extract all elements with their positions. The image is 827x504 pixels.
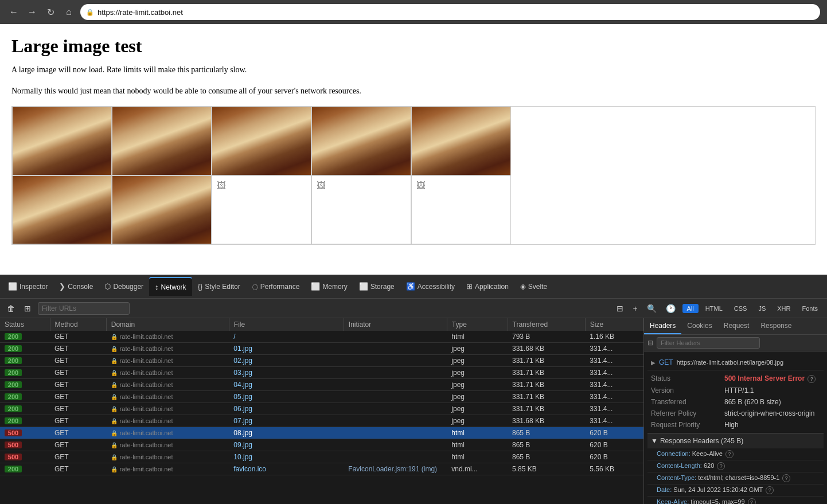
svelte-icon: ◈ [520,282,526,291]
right-tab-headers[interactable]: Headers [644,318,681,334]
table-row[interactable]: 200 GET 🔒 rate-limit.catboi.net 05.jpg j… [0,391,643,403]
filter-tag-xhr[interactable]: XHR [773,304,795,313]
table-row[interactable]: 200 GET 🔒 rate-limit.catboi.net 07.jpg j… [0,415,643,427]
right-tab-response[interactable]: Response [755,318,797,334]
columns-button[interactable]: ⊟ [614,303,626,314]
tab-application[interactable]: ⊞ Application [461,278,514,295]
filter-tag-css[interactable]: CSS [730,304,752,313]
table-row[interactable]: 200 GET 🔒 rate-limit.catboi.net 01.jpg j… [0,343,643,355]
status-badge: 200 [5,405,22,412]
help-icon[interactable]: ? [808,375,816,383]
filter-input[interactable] [38,302,130,315]
tab-accessibility[interactable]: ♿ Accessibility [400,278,461,295]
cell-type: jpeg [447,391,508,403]
table-row[interactable]: 200 GET 🔒 rate-limit.catboi.net 04.jpg j… [0,379,643,391]
clear-button[interactable]: 🗑 [5,303,17,314]
col-type[interactable]: Type [447,318,508,331]
filter-headers-input[interactable] [657,337,760,349]
table-row[interactable]: 500 GET 🔒 rate-limit.catboi.net 08.jpg h… [0,427,643,439]
filter-tag-html[interactable]: HTML [701,304,727,313]
filter-tag-js[interactable]: JS [754,304,770,313]
tab-svelte[interactable]: ◈ Svelte [514,278,553,295]
domain-text: rate-limit.catboi.net [120,393,173,400]
cell-size: 331.4... [585,355,643,367]
cell-method: GET [50,331,106,343]
cell-type: jpeg [447,379,508,391]
cell-transferred: 331.71 KB [508,367,585,379]
refresh-button[interactable]: ↻ [44,5,57,19]
cell-transferred: 5.85 KB [508,463,585,475]
tab-style-editor[interactable]: {} Style Editor [192,278,246,295]
devtools-tabs-bar: ⬜ Inspector ❯ Console ⬡ Debugger ↕ Netwo… [0,275,827,299]
filter-tag-fonts[interactable]: Fonts [797,304,822,313]
forward-button[interactable]: → [25,5,39,19]
table-row[interactable]: 500 GET 🔒 rate-limit.catboi.net 09.jpg h… [0,439,643,451]
add-column-button[interactable]: + [630,303,639,314]
request-url-row[interactable]: ▶ GET https://rate-limit.catboi.net/larg… [647,355,824,370]
right-tab-cookies[interactable]: Cookies [681,318,717,334]
table-row[interactable]: 200 GET 🔒 rate-limit.catboi.net 06.jpg j… [0,403,643,415]
cell-type: jpeg [447,343,508,355]
table-row[interactable]: 200 GET 🔒 rate-limit.catboi.net / html 7… [0,331,643,343]
header-help-icon[interactable]: ? [748,498,756,504]
page-description-1: A large image will now load. Rate limits… [11,64,816,76]
header-name: Connection: [657,450,691,457]
cell-file: 10.jpg [229,451,344,463]
back-button[interactable]: ← [7,5,21,19]
tab-memory[interactable]: ⬜ Memory [305,278,353,295]
col-initiator[interactable]: Initiator [344,318,447,331]
col-status[interactable]: Status [0,318,50,331]
filter-button[interactable]: ⊞ [22,303,33,314]
header-help-icon[interactable]: ? [782,474,790,482]
tab-console[interactable]: ❯ Console [53,278,99,295]
response-header-entry: Keep-Alive: timeout=5, max=99 ? [647,497,824,504]
tab-storage[interactable]: ⬜ Storage [353,278,400,295]
table-row[interactable]: 200 GET 🔒 rate-limit.catboi.net 02.jpg j… [0,355,643,367]
tab-debugger-label: Debugger [113,283,143,291]
header-help-icon[interactable]: ? [717,462,725,470]
cell-status: 500 [0,451,50,463]
right-tab-request[interactable]: Request [718,318,755,334]
table-row[interactable]: 200 GET 🔒 rate-limit.catboi.net favicon.… [0,463,643,475]
col-file[interactable]: File [229,318,344,331]
cell-type: jpeg [447,415,508,427]
filter-tag-all[interactable]: All [682,304,699,313]
cell-domain: 🔒 rate-limit.catboi.net [106,367,229,379]
address-bar[interactable]: 🔒 https://rate-limit.catboi.net [80,4,820,20]
lock-icon: 🔒 [111,430,118,436]
header-name: Keep-Alive: [657,498,689,504]
response-headers-section[interactable]: ▼ Response Headers (245 B) [647,433,824,448]
clock-button[interactable]: 🕐 [664,303,678,314]
home-button[interactable]: ⌂ [62,5,76,19]
col-domain[interactable]: Domain [106,318,229,331]
header-help-icon[interactable]: ? [766,486,774,494]
cell-domain: 🔒 rate-limit.catboi.net [106,379,229,391]
search-button[interactable]: 🔍 [645,303,659,314]
lock-icon: 🔒 [111,370,118,376]
tab-network[interactable]: ↕ Network [149,277,192,296]
image-grid: 🖼 🖼 🖼 [11,106,816,245]
cell-file: 02.jpg [229,355,344,367]
tab-debugger[interactable]: ⬡ Debugger [99,278,149,295]
image-cell-4 [311,107,411,175]
col-size[interactable]: Size [585,318,643,331]
cell-transferred: 793 B [508,331,585,343]
cell-status: 500 [0,427,50,439]
debugger-icon: ⬡ [104,282,111,291]
tab-performance[interactable]: ◌ Performance [246,278,306,295]
col-transferred[interactable]: Transferred [508,318,585,331]
col-method[interactable]: Method [50,318,106,331]
status-badge: 500 [5,442,22,448]
table-row[interactable]: 200 GET 🔒 rate-limit.catboi.net 03.jpg j… [0,367,643,379]
header-value: 620 [704,462,714,469]
cell-transferred: 331.68 KB [508,415,585,427]
version-label: Version [651,386,720,394]
table-row[interactable]: 500 GET 🔒 rate-limit.catboi.net 10.jpg h… [0,451,643,463]
header-help-icon[interactable]: ? [725,450,734,458]
cell-type: html [447,439,508,451]
status-badge: 500 [5,429,22,436]
cell-type: jpeg [447,367,508,379]
status-row: Status 500 Internal Server Error ? [651,373,820,385]
tab-inspector[interactable]: ⬜ Inspector [2,278,53,295]
cell-initiator [344,355,447,367]
